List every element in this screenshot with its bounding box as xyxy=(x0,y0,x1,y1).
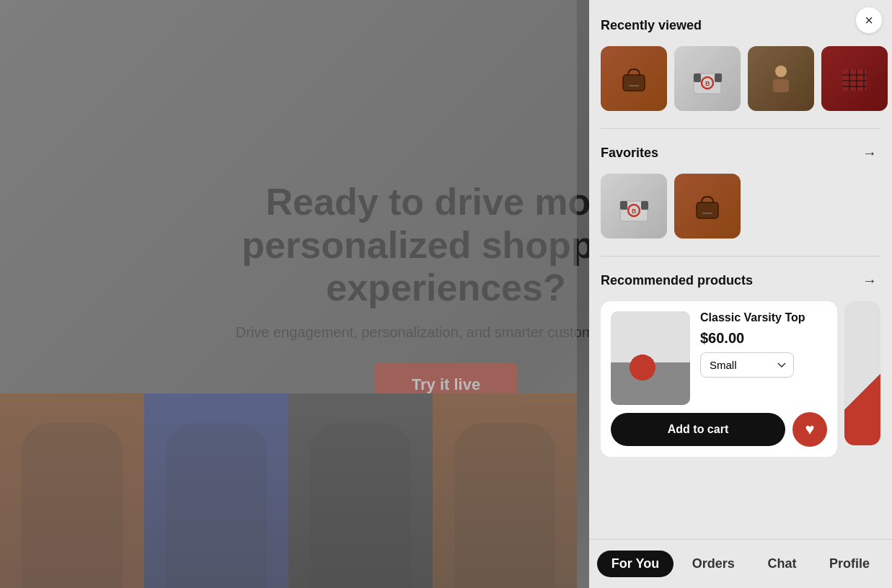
svg-rect-21 xyxy=(697,202,718,218)
favorites-grid: B xyxy=(601,174,880,239)
nav-item-orders[interactable]: Orders xyxy=(678,551,749,577)
divider-2 xyxy=(601,256,880,257)
rec-card-image xyxy=(611,311,690,405)
plaid-icon xyxy=(836,61,873,97)
nav-item-chat[interactable]: Chat xyxy=(753,551,811,577)
svg-rect-5 xyxy=(694,74,701,82)
bottom-nav: For You Orders Chat Profile xyxy=(589,539,892,588)
size-select[interactable]: Small Medium Large X-Large xyxy=(700,352,794,378)
recommended-header: Recommended products → xyxy=(601,270,880,291)
svg-rect-6 xyxy=(715,74,722,82)
rec-card-price: $60.00 xyxy=(700,330,827,347)
svg-point-7 xyxy=(775,66,787,77)
rec-card-1: Classic Varsity Top $60.00 Small Medium … xyxy=(601,301,837,457)
thumb-varsity-1[interactable]: B xyxy=(674,46,741,111)
svg-rect-0 xyxy=(623,75,645,91)
varsity-icon: B xyxy=(688,59,728,99)
svg-rect-20 xyxy=(641,201,648,210)
svg-rect-8 xyxy=(773,79,789,92)
add-to-cart-button[interactable]: Add to cart xyxy=(611,413,785,446)
rec-card-name: Classic Varsity Top xyxy=(700,311,827,324)
recently-viewed-title: Recently viewed xyxy=(601,18,702,33)
favorites-arrow[interactable]: → xyxy=(859,142,880,164)
divider-1 xyxy=(601,128,880,129)
bag-icon xyxy=(616,61,652,97)
fav-thumb-varsity[interactable]: B xyxy=(601,174,667,239)
svg-rect-19 xyxy=(620,201,627,210)
hero-overlay xyxy=(0,0,577,588)
rec-card-top: Classic Varsity Top $60.00 Small Medium … xyxy=(611,311,827,405)
close-button[interactable]: × xyxy=(856,7,882,33)
rec-card-partial xyxy=(844,301,880,445)
nav-item-for-you[interactable]: For You xyxy=(597,551,674,577)
panel-body: Recently viewed → xyxy=(589,0,892,539)
favorites-title: Favorites xyxy=(601,146,658,161)
favorite-button[interactable]: ♥ xyxy=(792,412,827,447)
rec-card-info: Classic Varsity Top $60.00 Small Medium … xyxy=(700,311,827,378)
fav-bag-icon xyxy=(689,188,725,224)
nav-item-profile[interactable]: Profile xyxy=(815,551,884,577)
svg-text:B: B xyxy=(632,208,637,215)
rec-card-actions: Add to cart ♥ xyxy=(611,412,827,447)
svg-text:B: B xyxy=(705,80,710,87)
recently-viewed-grid: B xyxy=(601,46,880,111)
fav-varsity-icon: B xyxy=(614,187,654,226)
side-panel: × Recently viewed → xyxy=(589,0,892,588)
recommended-title: Recommended products xyxy=(601,273,753,288)
thumb-plaid-1[interactable] xyxy=(821,46,888,111)
thumb-person-1[interactable] xyxy=(748,46,814,111)
recently-viewed-header: Recently viewed → xyxy=(601,14,880,36)
fav-thumb-bag[interactable] xyxy=(674,174,741,239)
recommended-arrow[interactable]: → xyxy=(859,270,880,291)
thumb-bag-1[interactable] xyxy=(601,46,667,111)
person-icon xyxy=(763,61,799,97)
favorites-header: Favorites → xyxy=(601,142,880,164)
